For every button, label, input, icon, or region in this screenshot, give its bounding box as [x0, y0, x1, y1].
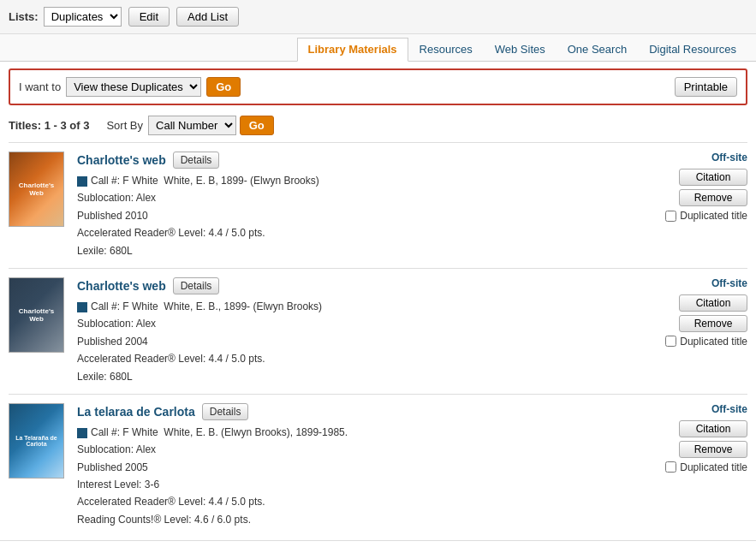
item-details: Charlotte's web Details Call #: F White … [77, 277, 628, 385]
citation-button[interactable]: Citation [679, 169, 747, 186]
item-actions: Off-site Citation Remove Duplicated titl… [636, 152, 747, 222]
sort-go-button[interactable]: Go [240, 116, 274, 135]
details-button[interactable]: Details [202, 403, 249, 420]
item-list: Charlotte'sWeb Charlotte's web Details C… [0, 142, 756, 537]
published: Published 2004 [77, 336, 148, 348]
ar-level: Accelerated Reader® Level: 4.4 / 5.0 pts… [77, 496, 265, 508]
tab-digital-resources[interactable]: Digital Resources [638, 38, 747, 61]
tab-web-sites[interactable]: Web Sites [484, 38, 557, 61]
remove-button[interactable]: Remove [679, 315, 747, 332]
printable-button[interactable]: Printable [675, 77, 737, 97]
item-details: Charlotte's web Details Call #: F White … [77, 152, 628, 259]
details-button[interactable]: Details [173, 277, 220, 294]
duplicated-title-checkbox[interactable] [665, 211, 676, 222]
lists-label: Lists: [9, 10, 39, 23]
table-row: Charlotte'sWeb Charlotte's web Details C… [9, 268, 747, 394]
duplicated-title-row: Duplicated title [665, 210, 747, 222]
item-info: Call #: F White White, E. B., 1899- (Elw… [77, 298, 628, 385]
item-title-link[interactable]: La telaraa de Carlota [77, 405, 195, 419]
table-row: Charlotte'sWeb Charlotte's web Details C… [9, 142, 747, 268]
action-select[interactable]: View these Duplicates [66, 77, 201, 97]
duplicated-title-label: Duplicated title [680, 461, 747, 473]
square-icon [77, 428, 87, 438]
action-bar-left: I want to View these Duplicates Go [19, 77, 241, 97]
table-row: La Telaraña de Carlota La telaraa de Car… [9, 394, 747, 537]
item-title-link[interactable]: Charlotte's web [77, 153, 166, 167]
tabs-bar: Library Materials Resources Web Sites On… [0, 34, 756, 62]
reading-counts: Reading Counts!® Level: 4.6 / 6.0 pts. [77, 514, 251, 526]
duplicated-title-row: Duplicated title [665, 336, 747, 348]
bottom-bar: Select Page Remove All [0, 540, 756, 547]
item-thumbnail: Charlotte'sWeb [9, 277, 68, 353]
ar-level: Accelerated Reader® Level: 4.4 / 5.0 pts… [77, 227, 265, 239]
i-want-to-label: I want to [19, 80, 61, 93]
call-number: Call #: F White [91, 426, 158, 438]
action-go-button[interactable]: Go [206, 77, 241, 97]
duplicated-title-row: Duplicated title [665, 461, 747, 473]
item-thumbnail: Charlotte'sWeb [9, 152, 68, 227]
ar-level: Accelerated Reader® Level: 4.4 / 5.0 pts… [77, 353, 265, 365]
lists-select[interactable]: Duplicates [44, 7, 122, 27]
duplicated-title-label: Duplicated title [680, 336, 747, 348]
citation-button[interactable]: Citation [679, 420, 747, 437]
square-icon [77, 176, 87, 187]
sort-select[interactable]: Call Number [148, 116, 236, 135]
sublocation: Sublocation: Alex [77, 443, 156, 455]
author: White, E. B. (Elwyn Brooks), 1899-1985. [164, 426, 348, 438]
title-row: Charlotte's web Details [77, 152, 628, 169]
thumbnail-image: Charlotte'sWeb [9, 152, 64, 227]
published: Published 2010 [77, 210, 148, 222]
titles-count: Titles: 1 - 3 of 3 [9, 119, 89, 132]
sort-by-label: Sort By [106, 119, 143, 132]
author: White, E. B., 1899- (Elwyn Brooks) [164, 300, 322, 312]
thumbnail-image: La Telaraña de Carlota [9, 403, 64, 479]
add-list-button[interactable]: Add List [176, 7, 239, 27]
author: White, E. B, 1899- (Elwyn Brooks) [164, 175, 318, 187]
sublocation: Sublocation: Alex [77, 318, 156, 330]
sort-bar: Titles: 1 - 3 of 3 Sort By Call Number G… [0, 112, 756, 139]
interest-level: Interest Level: 3-6 [77, 479, 159, 491]
tab-one-search[interactable]: One Search [557, 38, 638, 61]
item-title-link[interactable]: Charlotte's web [77, 279, 166, 293]
lexile: Lexile: 680L [77, 245, 133, 257]
title-row: La telaraa de Carlota Details [77, 403, 628, 420]
citation-button[interactable]: Citation [679, 294, 747, 312]
call-number: Call #: F White [91, 300, 158, 312]
item-info: Call #: F White White, E. B, 1899- (Elwy… [77, 172, 628, 259]
duplicated-title-checkbox[interactable] [665, 336, 676, 347]
offsite-link[interactable]: Off-site [711, 403, 747, 415]
offsite-link[interactable]: Off-site [711, 152, 747, 164]
item-details: La telaraa de Carlota Details Call #: F … [77, 403, 628, 528]
duplicated-title-checkbox[interactable] [665, 461, 676, 473]
details-button[interactable]: Details [173, 152, 220, 169]
action-bar: I want to View these Duplicates Go Print… [9, 68, 747, 105]
edit-button[interactable]: Edit [128, 7, 170, 27]
item-info: Call #: F White White, E. B. (Elwyn Broo… [77, 424, 628, 528]
top-bar: Lists: Duplicates Edit Add List [0, 0, 756, 34]
remove-button[interactable]: Remove [679, 441, 747, 458]
duplicated-title-label: Duplicated title [680, 210, 747, 222]
offsite-link[interactable]: Off-site [711, 277, 747, 289]
lexile: Lexile: 680L [77, 371, 133, 383]
published: Published 2005 [77, 461, 148, 473]
title-row: Charlotte's web Details [77, 277, 628, 294]
call-number: Call #: F White [91, 175, 158, 187]
thumbnail-image: Charlotte'sWeb [9, 277, 64, 353]
square-icon [77, 302, 87, 312]
item-actions: Off-site Citation Remove Duplicated titl… [636, 277, 747, 348]
item-thumbnail: La Telaraña de Carlota [9, 403, 68, 479]
item-actions: Off-site Citation Remove Duplicated titl… [636, 403, 747, 473]
remove-button[interactable]: Remove [679, 189, 747, 206]
sublocation: Sublocation: Alex [77, 192, 156, 204]
tab-resources[interactable]: Resources [408, 38, 484, 61]
tab-library-materials[interactable]: Library Materials [297, 38, 408, 62]
